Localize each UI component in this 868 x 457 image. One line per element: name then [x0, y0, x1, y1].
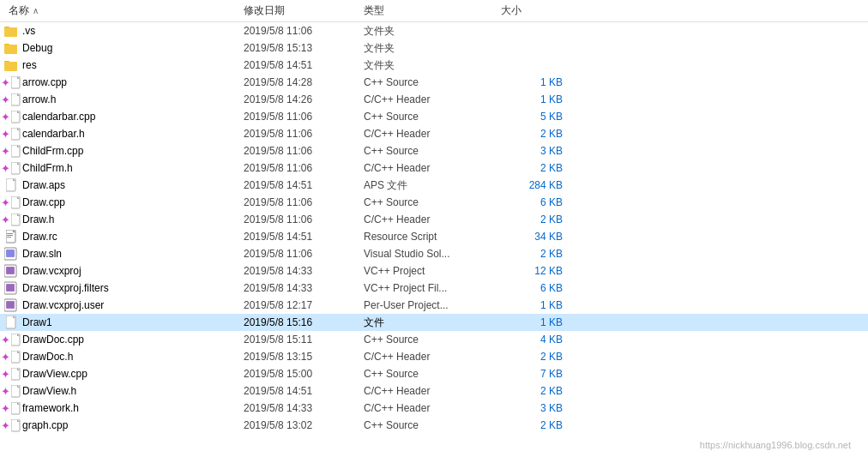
file-row[interactable]: ✦ Draw.h 2019/5/8 11:06 C/C++ Header 2 K… — [0, 211, 868, 228]
file-date-cell: 2019/5/8 14:51 — [240, 228, 360, 245]
file-row[interactable]: ✦ Draw.cpp 2019/5/8 11:06 C++ Source 6 K… — [0, 194, 868, 211]
file-size-cell: 2 KB — [497, 417, 566, 434]
file-name: ChildFrm.cpp — [22, 145, 83, 157]
file-type-cell: C/C++ Header — [360, 159, 497, 177]
file-icon-wrapper: ✦ — [3, 128, 19, 141]
file-date-cell: 2019/5/8 11:06 — [240, 159, 360, 177]
header-name[interactable]: 名称 ∧ — [0, 2, 240, 20]
file-name-cell: ✦ arrow.h — [0, 91, 240, 108]
file-row[interactable]: Draw.vcxproj.user 2019/5/8 12:17 Per-Use… — [0, 297, 868, 314]
file-date-cell: 2019/5/8 14:28 — [240, 74, 360, 91]
file-date-cell: 2019/5/8 14:26 — [240, 91, 360, 108]
file-size-cell: 4 KB — [497, 331, 566, 348]
file-row[interactable]: ✦ ChildFrm.cpp 2019/5/8 11:06 C++ Source… — [0, 142, 868, 159]
file-row[interactable]: res 2019/5/8 14:51 文件夹 — [0, 57, 868, 74]
header-dot-icon: ✦ — [1, 352, 10, 363]
cpp-file-icon — [11, 419, 21, 432]
file-icon-wrapper — [3, 25, 19, 37]
header-size[interactable]: 大小 — [497, 2, 566, 20]
file-date-cell: 2019/5/8 11:06 — [240, 125, 360, 142]
file-row[interactable]: Draw.sln 2019/5/8 11:06 Visual Studio So… — [0, 245, 868, 262]
file-type-cell: Resource Script — [360, 228, 497, 245]
file-row[interactable]: Draw.vcxproj 2019/5/8 14:33 VC++ Project… — [0, 262, 868, 280]
file-row[interactable]: ✦ graph.cpp 2019/5/8 13:02 C++ Source 2 … — [0, 417, 868, 434]
file-row[interactable]: ✦ ChildFrm.h 2019/5/8 11:06 C/C++ Header… — [0, 159, 868, 177]
file-list[interactable]: .vs 2019/5/8 11:06 文件夹 Debug 2019/5/8 15… — [0, 22, 868, 457]
file-name-cell: Draw.vcxproj — [0, 262, 240, 280]
file-size-cell: 1 KB — [497, 74, 566, 91]
file-name: Draw.vcxproj — [22, 265, 81, 277]
cpp-file-icon — [11, 368, 21, 381]
sort-arrow: ∧ — [33, 6, 39, 15]
file-type-cell: C++ Source — [360, 365, 497, 382]
file-row[interactable]: ✦ DrawDoc.cpp 2019/5/8 15:11 C++ Source … — [0, 331, 868, 348]
file-row[interactable]: .vs 2019/5/8 11:06 文件夹 — [0, 22, 868, 39]
file-name: Draw.vcxproj.filters — [22, 282, 109, 294]
svg-rect-7 — [4, 45, 17, 53]
cpp-file-icon — [11, 76, 21, 89]
file-date-cell: 2019/5/8 14:51 — [240, 177, 360, 194]
file-icon-wrapper — [3, 178, 19, 192]
folder-icon — [4, 42, 18, 54]
file-icon-wrapper — [3, 230, 19, 244]
file-size-cell: 34 KB — [497, 228, 566, 245]
file-date-cell: 2019/5/8 11:06 — [240, 108, 360, 125]
file-name: arrow.h — [22, 93, 56, 105]
file-icon-wrapper — [3, 281, 19, 295]
file-icon-wrapper: ✦ — [3, 162, 19, 175]
file-row[interactable]: ✦ DrawDoc.h 2019/5/8 13:15 C/C++ Header … — [0, 348, 868, 365]
file-type-cell: 文件 — [360, 314, 497, 331]
file-icon-wrapper: ✦ — [3, 145, 19, 158]
file-icon-wrapper: ✦ — [3, 213, 19, 226]
file-row[interactable]: Draw.aps 2019/5/8 14:51 APS 文件 284 KB — [0, 177, 868, 194]
file-name: DrawView.cpp — [22, 368, 87, 380]
header-date[interactable]: 修改日期 — [240, 2, 360, 20]
file-icon-wrapper: ✦ — [3, 351, 19, 364]
header-file-icon — [11, 128, 21, 141]
file-row[interactable]: ✦ DrawView.cpp 2019/5/8 15:00 C++ Source… — [0, 365, 868, 382]
file-icon-wrapper: ✦ — [3, 196, 19, 209]
file-name: graph.cpp — [22, 419, 68, 431]
file-date-cell: 2019/5/8 13:02 — [240, 417, 360, 434]
file-row[interactable]: Draw.vcxproj.filters 2019/5/8 14:33 VC++… — [0, 280, 868, 297]
file-date-cell: 2019/5/8 15:00 — [240, 365, 360, 382]
file-row[interactable]: Draw.rc 2019/5/8 14:51 Resource Script 3… — [0, 228, 868, 245]
generic-file-icon — [6, 316, 17, 329]
file-name-cell: ✦ calendarbar.h — [0, 125, 240, 142]
file-date-cell: 2019/5/8 11:06 — [240, 211, 360, 228]
file-name: Draw.vcxproj.user — [22, 299, 104, 311]
file-row[interactable]: Debug 2019/5/8 15:13 文件夹 — [0, 39, 868, 57]
svg-rect-23 — [7, 235, 13, 236]
file-name: Draw1 — [22, 316, 52, 328]
file-name: Draw.cpp — [22, 196, 65, 208]
header-dot-icon: ✦ — [1, 163, 10, 174]
file-row[interactable]: ✦ arrow.cpp 2019/5/8 14:28 C++ Source 1 … — [0, 74, 868, 91]
file-name-cell: Draw.aps — [0, 177, 240, 194]
cpp-file-icon — [11, 145, 21, 158]
file-row[interactable]: ✦ framework.h 2019/5/8 14:33 C/C++ Heade… — [0, 400, 868, 417]
file-name-cell: ✦ Draw.cpp — [0, 194, 240, 211]
header-type[interactable]: 类型 — [360, 2, 497, 20]
file-row[interactable]: ✦ DrawView.h 2019/5/8 14:51 C/C++ Header… — [0, 382, 868, 400]
cpp-dot-icon: ✦ — [1, 369, 10, 380]
file-row[interactable]: ✦ calendarbar.cpp 2019/5/8 11:06 C++ Sou… — [0, 108, 868, 125]
file-row[interactable]: ✦ arrow.h 2019/5/8 14:26 C/C++ Header 1 … — [0, 91, 868, 108]
cpp-file-icon — [11, 196, 21, 209]
file-name: .vs — [22, 25, 35, 37]
file-type-cell: Visual Studio Sol... — [360, 245, 497, 262]
file-type-cell: C++ Source — [360, 417, 497, 434]
svg-rect-33 — [7, 285, 14, 291]
file-name-cell: Draw.sln — [0, 245, 240, 262]
header-file-icon — [11, 93, 21, 106]
file-type-cell: C++ Source — [360, 331, 497, 348]
file-name-cell: Draw.vcxproj.filters — [0, 280, 240, 297]
file-size-cell: 7 KB — [497, 365, 566, 382]
header-file-icon — [11, 162, 21, 175]
file-row[interactable]: ✦ calendarbar.h 2019/5/8 11:06 C/C++ Hea… — [0, 125, 868, 142]
cpp-file-icon — [11, 334, 21, 346]
file-explorer: 名称 ∧ 修改日期 类型 大小 .vs 2019/5/8 11:06 文件夹 — [0, 0, 868, 457]
file-row[interactable]: Draw1 2019/5/8 15:16 文件 1 KB — [0, 314, 868, 331]
svg-rect-22 — [7, 233, 13, 234]
file-name-cell: ✦ ChildFrm.cpp — [0, 142, 240, 159]
file-name: framework.h — [22, 402, 79, 414]
